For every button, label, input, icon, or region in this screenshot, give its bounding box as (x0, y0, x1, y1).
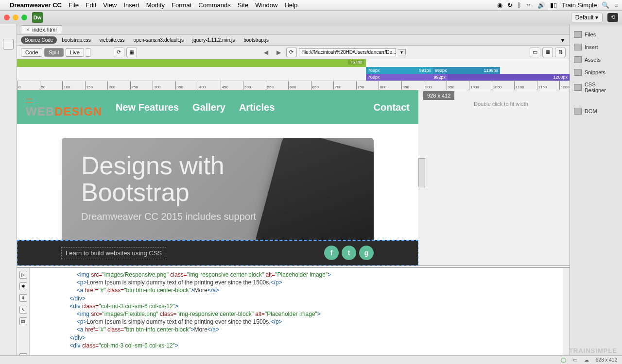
live-preview-viewport[interactable]: ::::: WEBDESIGN New Features Gallery Art… (17, 90, 418, 265)
status-bar: ◯ ▭ ☁ 928 x 412 (0, 355, 622, 364)
related-file[interactable]: website.css (96, 36, 129, 44)
collapse-tool-icon[interactable]: ✱ (19, 282, 27, 290)
breakpoint-seg[interactable]: 768px992px (366, 74, 448, 81)
filter-icon[interactable]: ▼ (560, 37, 566, 44)
hero-title: Designs withBootstrap (81, 152, 354, 205)
minimize-window-button[interactable] (13, 15, 18, 20)
breakpoint-seg[interactable]: 1200px (448, 74, 570, 81)
expand-panels-button[interactable] (3, 39, 14, 50)
menu-file[interactable]: File (69, 1, 79, 9)
menu-site[interactable]: Site (238, 1, 248, 9)
select-parent-icon[interactable]: ↖ (19, 306, 27, 314)
code-editor[interactable]: <img src="images/Responsive.png" class="… (30, 268, 570, 364)
css-icon (574, 84, 582, 91)
files-icon (574, 31, 582, 38)
window-controls (4, 15, 27, 20)
snippets-icon (574, 69, 582, 76)
line-numbers-icon[interactable]: ▤ (19, 317, 27, 325)
toggle-view-button[interactable]: ▭ (530, 48, 540, 57)
live-options-button[interactable]: ⟳ (114, 48, 124, 57)
breakpoint-bar-green[interactable]: 767px (17, 59, 366, 67)
breakpoint-seg[interactable]: 992px1199px (433, 67, 500, 74)
zoom-window-button[interactable] (21, 15, 27, 20)
related-files-bar: Source Code bootstrap.css website.css op… (17, 35, 570, 46)
nav-link[interactable]: Articles (239, 102, 275, 113)
site-navbar: ::::: WEBDESIGN New Features Gallery Art… (17, 90, 418, 124)
menu-view[interactable]: View (103, 1, 117, 9)
nav-link[interactable]: Gallery (192, 102, 225, 113)
settings-button[interactable]: ⇅ (555, 48, 566, 57)
vertical-scrollbar[interactable] (563, 268, 570, 357)
panel-css-designer[interactable]: CSS Designer (570, 79, 622, 96)
menu-format[interactable]: Format (172, 1, 191, 9)
panel-files[interactable]: Files (570, 28, 622, 41)
tab-label: index.html (32, 27, 56, 33)
expand-tool-icon[interactable]: ⇕ (19, 294, 27, 302)
related-file[interactable]: open-sans:n3:default.js (130, 36, 188, 44)
select-tool-icon[interactable]: ▷ (19, 271, 27, 279)
related-file[interactable]: jquery-1.11.2.min.js (189, 36, 239, 44)
address-bar[interactable]: file:///Macintosh%20HD/Users/dancarr/De.… (299, 48, 396, 56)
device-preview-icon[interactable]: ▭ (573, 357, 577, 363)
inspect-button[interactable]: ▦ (126, 48, 137, 57)
app-icon: Dw (32, 12, 43, 23)
workspace-switcher[interactable]: Default ▾ (571, 13, 603, 22)
facebook-icon[interactable]: f (324, 246, 339, 260)
menu-window[interactable]: Window (255, 1, 277, 9)
code-view: ▷ ✱ ⇕ ↖ ▤ » <img src="images/Responsive.… (17, 267, 570, 364)
volume-icon[interactable]: 🔊 (537, 1, 545, 9)
user-name[interactable]: Train Simple (562, 1, 597, 9)
panel-dom[interactable]: DOM (570, 105, 622, 117)
cc-icon[interactable]: ◉ (497, 1, 502, 9)
nav-link[interactable]: New Features (116, 102, 179, 113)
sync-settings-button[interactable]: ⟲ (607, 13, 618, 22)
live-preview-area: ::::: WEBDESIGN New Features Gallery Art… (17, 90, 570, 267)
code-view-button[interactable]: Code (21, 48, 42, 57)
split-view-button[interactable]: Split (44, 48, 63, 57)
viewport-resize-handle[interactable] (418, 158, 425, 187)
sync-status-icon[interactable]: ↻ (507, 1, 513, 9)
menu-extras-icon[interactable]: ≡ (614, 1, 618, 9)
live-view-button[interactable]: Live (66, 48, 84, 57)
related-file-source[interactable]: Source Code (21, 36, 57, 44)
status-sync-icon[interactable]: ☁ (584, 357, 589, 363)
panel-dock: Files Insert Assets Snippets CSS Designe… (570, 24, 622, 364)
dom-icon (574, 108, 582, 115)
address-dropdown[interactable]: ▾ (398, 49, 406, 55)
visual-media-queries: 767px 768px991px 992px1199px 768px992px … (17, 59, 570, 90)
menu-commands[interactable]: Commands (198, 1, 230, 9)
window-titlebar: Dw Default ▾ ⟲ (0, 11, 622, 24)
related-file[interactable]: bootstrap.js (240, 36, 273, 44)
hero-subtitle: Dreamweaver CC 2015 includes support (81, 211, 354, 222)
menu-edit[interactable]: Edit (86, 1, 96, 9)
panel-insert[interactable]: Insert (570, 41, 622, 53)
related-file[interactable]: bootstrap.css (58, 36, 94, 44)
insert-icon (574, 44, 582, 50)
battery-icon[interactable]: ▮▯ (550, 1, 557, 9)
panel-snippets[interactable]: Snippets (570, 66, 622, 79)
spotlight-icon[interactable]: 🔍 (602, 1, 609, 9)
twitter-icon[interactable]: t (342, 246, 356, 260)
refresh-button[interactable]: ⟳ (286, 48, 297, 57)
menu-help[interactable]: Help (284, 1, 297, 9)
nav-forward-button[interactable]: ▶ (274, 49, 284, 56)
ruler: 0501001502002503003504004505005506006507… (17, 81, 570, 90)
breakpoint-seg[interactable]: 768px991px (366, 67, 433, 74)
nav-back-button[interactable]: ◀ (261, 49, 272, 56)
panel-assets[interactable]: Assets (570, 53, 622, 66)
menu-modify[interactable]: Modify (146, 1, 165, 9)
nav-contact[interactable]: Contact (374, 102, 410, 113)
menu-insert[interactable]: Insert (123, 1, 139, 9)
google-icon[interactable]: g (359, 246, 374, 260)
close-tab-icon[interactable]: × (26, 27, 29, 33)
close-window-button[interactable] (4, 15, 10, 20)
bluetooth-icon[interactable]: ᛒ (518, 1, 521, 9)
fit-width-hint: Double click to fit width (474, 101, 528, 107)
status-dimensions: 928 x 412 (596, 357, 617, 363)
app-name[interactable]: Dreamweaver CC (10, 1, 62, 9)
document-tab[interactable]: × index.html (21, 25, 62, 33)
live-view-dropdown[interactable] (86, 48, 90, 57)
list-view-button[interactable]: ≣ (542, 48, 553, 57)
wifi-icon[interactable]: ᯤ (526, 1, 533, 9)
code-toolbar: ▷ ✱ ⇕ ↖ ▤ » (17, 268, 30, 364)
